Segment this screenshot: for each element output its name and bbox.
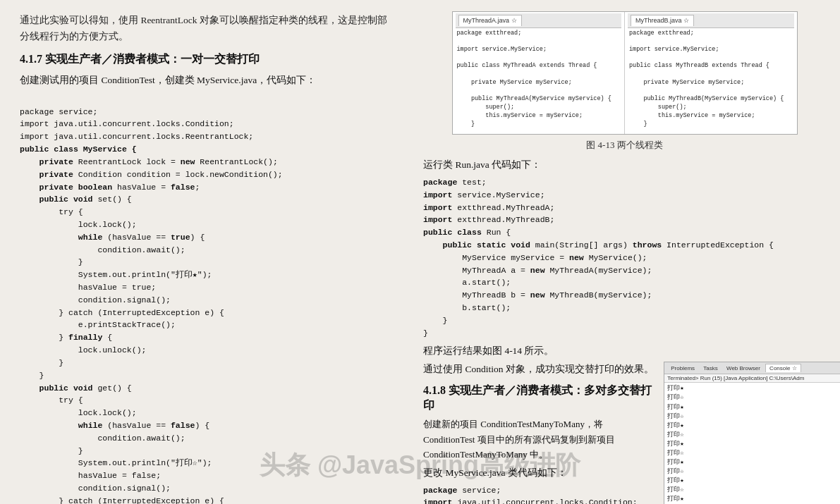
section418-row: 通过使用 Condition 对象，成功实现交替打印的效果。 4.1.8 实现生… xyxy=(423,362,826,504)
ide-right-code: package extthread; import service.MyServ… xyxy=(628,28,794,134)
ide-pane-left: MyThreadA.java ☆ package extthread; impo… xyxy=(453,12,626,134)
ide-left-code: package extthread; import service.MyServ… xyxy=(456,28,622,134)
console-tab-console[interactable]: Console ☆ xyxy=(765,364,801,372)
console-tab-problems[interactable]: Problems xyxy=(667,364,698,372)
ide-screenshot-413: MyThreadA.java ☆ package extthread; impo… xyxy=(452,11,798,135)
console-body: 打印★ 打印☆ 打印★ 打印☆ 打印★ 打印☆ 打印★ 打印☆ 打印★ 打印☆ … xyxy=(664,383,840,504)
figure-413-label: 图 4-13 两个线程类 xyxy=(423,139,826,152)
console-screenshot-414: Problems Tasks Web Browser Console ☆ Ter… xyxy=(664,362,840,504)
ide-tab-bar-right: MyThreadB.java ☆ xyxy=(628,13,794,28)
update-text: 更改 MyService.java 类代码如下： xyxy=(423,465,657,481)
sub-text-417: 创建测试用的项目 ConditionTest，创建类 MyService.jav… xyxy=(20,73,389,89)
section-title-418: 4.1.8 实现生产者／消费者模式：多对多交替打印 xyxy=(423,383,657,413)
left-panel: 通过此实验可以得知，使用 ReentrantLock 对象可以唤醒指定种类的线程… xyxy=(0,0,409,504)
code-block-myservice: package service; import java.util.concur… xyxy=(20,93,389,504)
console-tab-tasks[interactable]: Tasks xyxy=(700,364,721,372)
ide-tab-mythreadb[interactable]: MyThreadB.java ☆ xyxy=(631,15,694,26)
ide-split: MyThreadA.java ☆ package extthread; impo… xyxy=(453,12,797,134)
section418-left: 通过使用 Condition 对象，成功实现交替打印的效果。 4.1.8 实现生… xyxy=(423,362,657,504)
result-text2: 通过使用 Condition 对象，成功实现交替打印的效果。 xyxy=(423,362,657,378)
console-terminated-line: Terminated> Run (15) [Java Application] … xyxy=(664,374,840,383)
run-java-text: 运行类 Run.java 代码如下： xyxy=(423,157,826,173)
ide-pane-right: MyThreadB.java ☆ package extthread; impo… xyxy=(625,12,797,134)
intro-text: 通过此实验可以得知，使用 ReentrantLock 对象可以唤醒指定种类的线程… xyxy=(20,13,389,45)
run-code-block: package test; import service.MyService; … xyxy=(423,176,826,340)
right-panel: MyThreadA.java ☆ package extthread; impo… xyxy=(409,0,840,504)
console-tab-webbrowser[interactable]: Web Browser xyxy=(723,364,764,372)
ide-tab-bar-left: MyThreadA.java ☆ xyxy=(456,13,622,28)
code-418-block: package service; import java.util.concur… xyxy=(423,484,657,504)
ide-tab-mythreada[interactable]: MyThreadA.java ☆ xyxy=(458,15,522,26)
section418-text: 创建新的项目 ConditionTestManyToMany，将 Conditi… xyxy=(423,417,657,462)
result-text1: 程序运行结果如图 4-14 所示。 xyxy=(423,343,826,359)
fig414-area: Problems Tasks Web Browser Console ☆ Ter… xyxy=(664,362,840,504)
console-header: Problems Tasks Web Browser Console ☆ xyxy=(664,362,840,374)
section-title-417: 4.1.7 实现生产者／消费者模式：一对一交替打印 xyxy=(20,52,389,67)
